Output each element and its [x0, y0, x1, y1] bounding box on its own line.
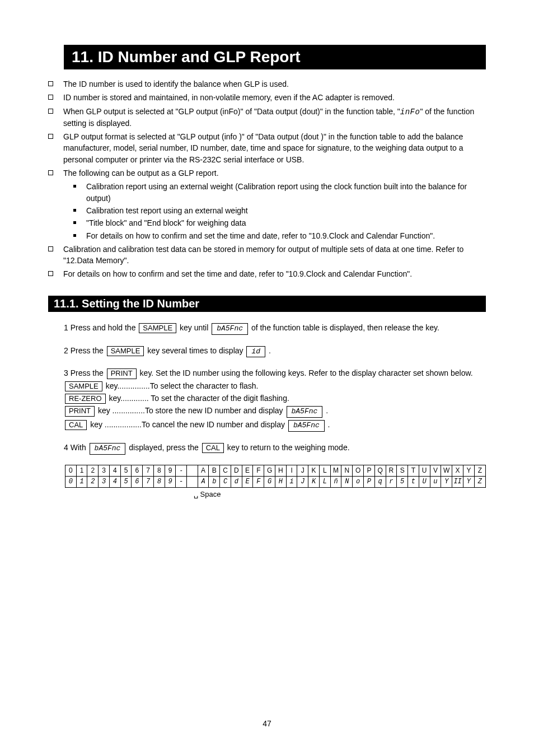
char-cell: 3 [99, 465, 110, 476]
bullet-text: The ID number is used to identify the ba… [63, 78, 289, 90]
steps-list: 1 Press and hold the SAMPLE key until bA… [64, 322, 486, 455]
dot-bullet-icon [73, 209, 76, 212]
char-cell: 6 [132, 465, 143, 476]
key-cal: CAL [202, 443, 224, 453]
sub-bullet-text: Calibration test report using an externa… [86, 205, 248, 216]
sub-bullet-text: "Title block" and "End block" for weighi… [86, 217, 246, 228]
char-cell: 4 [109, 465, 120, 476]
segment-text: inFo [400, 108, 420, 116]
display-basfnc: bA5Fnc [288, 420, 325, 432]
char-cell: X [452, 465, 463, 476]
char-cell: 9 [165, 476, 176, 487]
char-cell: u [430, 476, 441, 487]
char-cell: J [297, 476, 308, 487]
key-sample: SAMPLE [65, 381, 102, 391]
char-cell: R [386, 465, 397, 476]
square-bullet-icon [48, 246, 53, 251]
char-cell: T [408, 465, 419, 476]
char-cell: Z [474, 476, 485, 487]
char-cell: F [253, 465, 264, 476]
bullet-text: GLP output format is selected at "GLP ou… [63, 131, 486, 165]
key-rezero: RE-ZERO [65, 394, 106, 404]
key-print: PRINT [65, 406, 95, 416]
char-cell: - [176, 476, 187, 487]
char-cell: B [209, 465, 220, 476]
step-1: 1 Press and hold the SAMPLE key until bA… [64, 322, 486, 335]
table-row: 0123456789-ABCDEFGHIJKLMNOPQRSTUVWXYZ [65, 465, 486, 476]
key-cal: CAL [65, 420, 87, 430]
char-cell: r [386, 476, 397, 487]
bullet-text: ID number is stored and maintained, in n… [63, 92, 395, 103]
sub-bullet-text: For details on how to confirm and set th… [86, 230, 435, 241]
main-bullet-list-2: Calibration and calibration test data ca… [48, 244, 486, 280]
char-cell: C [220, 476, 231, 487]
char-cell: K [308, 465, 320, 476]
table-row: 0123456789-AbCdEFGHiJKLñNoPqr5tUuYIIYZ [65, 476, 486, 487]
char-cell [187, 465, 198, 476]
char-cell: 0 [65, 476, 77, 487]
char-cell: O [353, 465, 364, 476]
char-cell: Y [463, 476, 475, 487]
dot-bullet-icon [73, 221, 76, 224]
char-cell: 6 [132, 476, 143, 487]
bullet-text: When GLP output is selected at "GLP outp… [63, 106, 486, 129]
display-basfnc: bA5Fnc [212, 323, 248, 335]
main-bullet-list: The ID number is used to identify the ba… [48, 78, 486, 179]
char-cell: E [242, 476, 253, 487]
square-bullet-icon [48, 81, 53, 86]
step-2: 2 Press the SAMPLE key several times to … [64, 345, 486, 358]
char-cell: d [231, 476, 242, 487]
dot-bullet-icon [73, 185, 76, 188]
char-cell: ñ [330, 476, 341, 487]
square-bullet-icon [48, 271, 53, 276]
char-cell: M [330, 465, 341, 476]
square-bullet-icon [48, 109, 53, 114]
char-cell: Y [441, 476, 452, 487]
char-cell: L [319, 465, 330, 476]
char-cell: - [176, 465, 187, 476]
char-cell: b [209, 476, 220, 487]
key-sample: SAMPLE [139, 323, 176, 333]
char-cell [187, 476, 198, 487]
bullet-text: For details on how to confirm and set th… [63, 268, 412, 279]
char-cell: Q [374, 465, 386, 476]
bullet-text: Calibration and calibration test data ca… [63, 244, 486, 267]
char-cell: 2 [87, 465, 99, 476]
char-cell: 9 [165, 465, 176, 476]
key-sample: SAMPLE [107, 346, 144, 356]
character-set-table: 0123456789-ABCDEFGHIJKLMNOPQRSTUVWXYZ 01… [65, 465, 486, 488]
char-cell: 1 [76, 465, 87, 476]
char-cell: G [264, 476, 275, 487]
step-4: 4 With bA5Fnc displayed, press the CAL k… [64, 442, 486, 455]
char-cell: C [220, 465, 231, 476]
char-cell: N [341, 465, 353, 476]
display-basfnc: bA5Fnc [90, 443, 126, 455]
char-cell: U [419, 476, 430, 487]
space-legend: ␣ Space [194, 490, 486, 498]
char-cell: 4 [109, 476, 120, 487]
char-cell: 5 [397, 476, 408, 487]
char-cell: 1 [76, 476, 87, 487]
char-cell: q [374, 476, 386, 487]
char-cell: i [286, 476, 297, 487]
dot-bullet-icon [73, 234, 76, 237]
char-cell: U [419, 465, 430, 476]
display-id: id [246, 346, 265, 358]
step-3: 3 Press the PRINT key. Set the ID number… [64, 367, 486, 432]
char-cell: o [353, 476, 364, 487]
char-cell: L [319, 476, 330, 487]
char-cell: 0 [65, 465, 77, 476]
char-cell: I [286, 465, 297, 476]
char-cell: F [253, 476, 264, 487]
char-cell: t [408, 476, 419, 487]
char-cell: H [275, 465, 286, 476]
char-cell: P [364, 476, 375, 487]
char-cell: V [430, 465, 441, 476]
char-cell: Z [474, 465, 485, 476]
char-cell: G [264, 465, 275, 476]
square-bullet-icon [48, 95, 53, 100]
char-cell: H [275, 476, 286, 487]
char-cell: A [198, 476, 209, 487]
char-cell: P [364, 465, 375, 476]
char-cell: K [308, 476, 320, 487]
